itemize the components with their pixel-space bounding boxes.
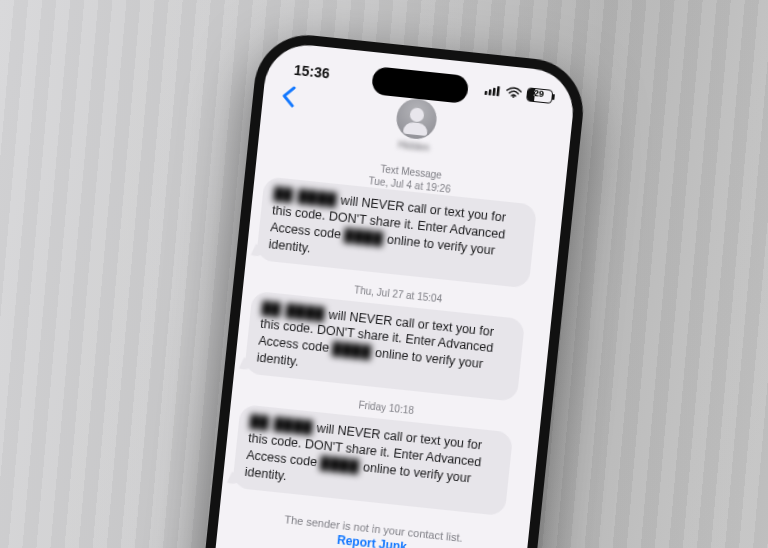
redacted-code: ████ — [320, 454, 361, 475]
svg-rect-1 — [488, 89, 491, 95]
redacted-code: ████ — [332, 341, 373, 362]
redacted-code: ████ — [343, 227, 384, 248]
svg-rect-2 — [492, 88, 495, 96]
wifi-icon — [505, 84, 523, 102]
back-button[interactable] — [274, 82, 303, 115]
svg-rect-3 — [496, 86, 500, 96]
contact-avatar[interactable] — [395, 97, 439, 141]
scene-background: 15:36 29 — [0, 0, 768, 548]
iphone-frame: 15:36 29 — [187, 30, 588, 548]
thread-footer: The sender is not in your contact list. … — [227, 507, 518, 548]
cellular-icon — [484, 82, 502, 100]
message-thread[interactable]: ██ ████ will NEVER call or text you for … — [217, 175, 563, 548]
svg-rect-0 — [484, 91, 487, 95]
battery-icon: 29 — [526, 87, 553, 104]
phone-screen: 15:36 29 — [198, 41, 577, 548]
battery-percent: 29 — [533, 88, 544, 99]
svg-point-4 — [512, 96, 514, 98]
status-time: 15:36 — [293, 62, 330, 82]
